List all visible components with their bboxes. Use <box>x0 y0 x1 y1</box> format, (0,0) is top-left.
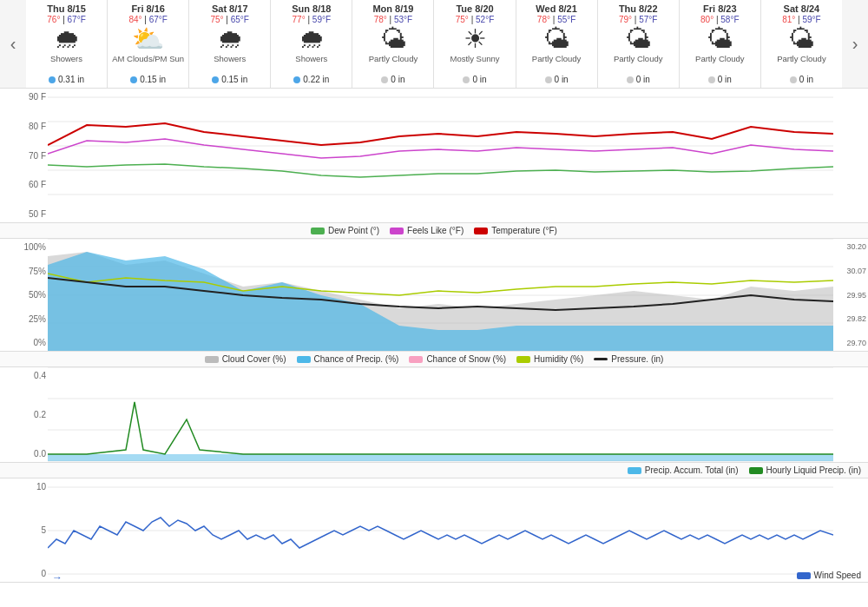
precip-amount-0: 0.31 in <box>58 75 84 84</box>
day-temps-3: 77° | 59°F <box>273 15 350 24</box>
day-temps-9: 81° | 59°F <box>763 15 840 24</box>
wind-y-axis: 10 5 0 <box>0 478 48 582</box>
weather-header: ‹ Thu 8/15 76° | 67°F 🌧 Showers 0.31 in … <box>0 0 868 89</box>
temperature-swatch <box>474 228 488 234</box>
cloud-cover-swatch <box>205 356 219 363</box>
precip-amount-3: 0.22 in <box>303 75 329 84</box>
day-col-1: Fri 8/16 84° | 67°F ⛅ AM Clouds/PM Sun 0… <box>107 0 188 88</box>
day-col-8: Fri 8/23 80° | 58°F 🌤 Partly Cloudy 0 in <box>679 0 760 88</box>
temperature-legend: Temperature (°F) <box>474 226 557 235</box>
precip-chance-swatch <box>297 356 311 363</box>
day-icon-0: 🌧 <box>28 26 105 52</box>
wind-arrow: → <box>52 571 62 583</box>
day-condition-2: Showers <box>191 54 268 75</box>
cloud-chart-legend: Cloud Cover (%) Chance of Precip. (%) Ch… <box>0 352 868 367</box>
cloud-chart: 100% 75% 50% 25% 0% 30.20 30.07 29.95 29… <box>0 239 868 352</box>
days-container: Thu 8/15 76° | 67°F 🌧 Showers 0.31 in Fr… <box>26 0 842 88</box>
day-label-9: Sat 8/24 <box>763 3 840 14</box>
precip-accum-chart: 0.4 0.2 0.0 <box>0 367 868 463</box>
humidity-swatch <box>516 356 530 363</box>
day-icon-4: 🌤 <box>354 26 431 52</box>
temperature-chart: 90 F 80 F 70 F 60 F 50 F <box>0 89 868 223</box>
day-condition-7: Partly Cloudy <box>600 54 677 75</box>
hourly-liquid-legend: Hourly Liquid Precip. (in) <box>749 465 862 475</box>
day-col-4: Mon 8/19 78° | 53°F 🌤 Partly Cloudy 0 in <box>352 0 433 88</box>
day-label-1: Fri 8/16 <box>109 3 187 14</box>
day-col-2: Sat 8/17 75° | 65°F 🌧 Showers 0.15 in <box>188 0 270 88</box>
accum-total-swatch <box>628 467 641 474</box>
dew-point-legend: Dew Point (°) <box>311 226 379 235</box>
day-temps-6: 78° | 55°F <box>518 15 595 24</box>
day-icon-7: 🌤 <box>600 26 677 52</box>
day-icon-5: ☀ <box>436 26 513 52</box>
precip-cell-1: 0.15 in <box>109 75 187 84</box>
day-temps-2: 75° | 65°F <box>191 15 268 24</box>
precip-amount-5: 0 in <box>472 75 486 84</box>
day-condition-0: Showers <box>28 54 105 75</box>
precip-cell-2: 0.15 in <box>191 75 268 84</box>
precip-dot-8 <box>708 76 715 83</box>
precip-dot-7 <box>627 76 634 83</box>
feels-like-swatch <box>390 228 404 234</box>
precip-cell-7: 0 in <box>600 75 677 84</box>
cloud-cover-legend: Cloud Cover (%) <box>205 354 286 364</box>
day-label-2: Sat 8/17 <box>191 3 268 14</box>
snow-chance-swatch <box>409 356 423 363</box>
precip-chance-legend: Chance of Precip. (%) <box>297 354 399 364</box>
day-col-7: Thu 8/22 79° | 57°F 🌤 Partly Cloudy 0 in <box>597 0 679 88</box>
precip-amount-1: 0.15 in <box>140 75 166 84</box>
hourly-liquid-swatch <box>749 467 763 474</box>
day-icon-8: 🌤 <box>681 26 759 52</box>
day-label-0: Thu 8/15 <box>28 3 105 14</box>
snow-chance-legend: Chance of Snow (%) <box>409 354 506 364</box>
temp-chart-legend: Dew Point (°) Feels Like (°F) Temperatur… <box>0 223 868 239</box>
wind-chart-svg: → <box>48 478 833 583</box>
precip-amount-2: 0.15 in <box>221 75 247 84</box>
day-temps-4: 78° | 53°F <box>354 15 431 24</box>
pressure-swatch <box>594 358 608 360</box>
day-label-3: Sun 8/18 <box>273 3 350 14</box>
day-col-6: Wed 8/21 78° | 55°F 🌤 Partly Cloudy 0 in <box>516 0 597 88</box>
precip-cell-8: 0 in <box>681 75 759 84</box>
precip-amount-6: 0 in <box>555 75 569 84</box>
svg-marker-16 <box>48 454 833 461</box>
humidity-legend: Humidity (%) <box>516 354 583 364</box>
temp-chart-svg <box>48 89 833 223</box>
precip-accum-svg <box>48 367 833 463</box>
day-icon-6: 🌤 <box>518 26 595 52</box>
precip-dot-4 <box>381 76 388 83</box>
day-temps-8: 80° | 58°F <box>681 15 759 24</box>
day-label-5: Tue 8/20 <box>436 3 513 14</box>
precip-dot-6 <box>545 76 552 83</box>
day-icon-1: ⛅ <box>109 26 187 52</box>
precip-dot-5 <box>463 76 470 83</box>
day-icon-3: 🌧 <box>273 26 350 52</box>
day-condition-5: Mostly Sunny <box>436 54 513 75</box>
day-condition-6: Partly Cloudy <box>518 54 595 75</box>
precip-amount-7: 0 in <box>636 75 650 84</box>
day-condition-4: Partly Cloudy <box>354 54 431 75</box>
day-condition-8: Partly Cloudy <box>681 54 759 75</box>
precip-y-axis: 0.4 0.2 0.0 <box>0 367 48 462</box>
precip-cell-0: 0.31 in <box>28 75 105 84</box>
day-label-7: Thu 8/22 <box>600 3 677 14</box>
day-condition-9: Partly Cloudy <box>763 54 840 75</box>
precip-dot-0 <box>49 76 56 83</box>
day-icon-2: 🌧 <box>191 26 268 52</box>
accum-total-legend: Precip. Accum. Total (in) <box>628 465 739 475</box>
day-label-4: Mon 8/19 <box>354 3 431 14</box>
prev-nav-button[interactable]: ‹ <box>0 0 26 88</box>
day-col-0: Thu 8/15 76° | 67°F 🌧 Showers 0.31 in <box>26 0 107 88</box>
wind-legend: Wind Speed <box>797 571 861 580</box>
precip-cell-9: 0 in <box>763 75 840 84</box>
precip-cell-6: 0 in <box>518 75 595 84</box>
pressure-y-axis: 30.20 30.07 29.95 29.82 29.70 <box>833 239 868 351</box>
day-temps-0: 76° | 67°F <box>28 15 105 24</box>
next-nav-button[interactable]: › <box>842 0 868 88</box>
day-condition-3: Showers <box>273 54 350 75</box>
precip-dot-2 <box>212 76 219 83</box>
day-temps-5: 75° | 52°F <box>436 15 513 24</box>
precip-dot-1 <box>130 76 137 83</box>
precip-dot-9 <box>790 76 797 83</box>
wind-chart: 10 5 0 → Wind Speed <box>0 478 868 583</box>
